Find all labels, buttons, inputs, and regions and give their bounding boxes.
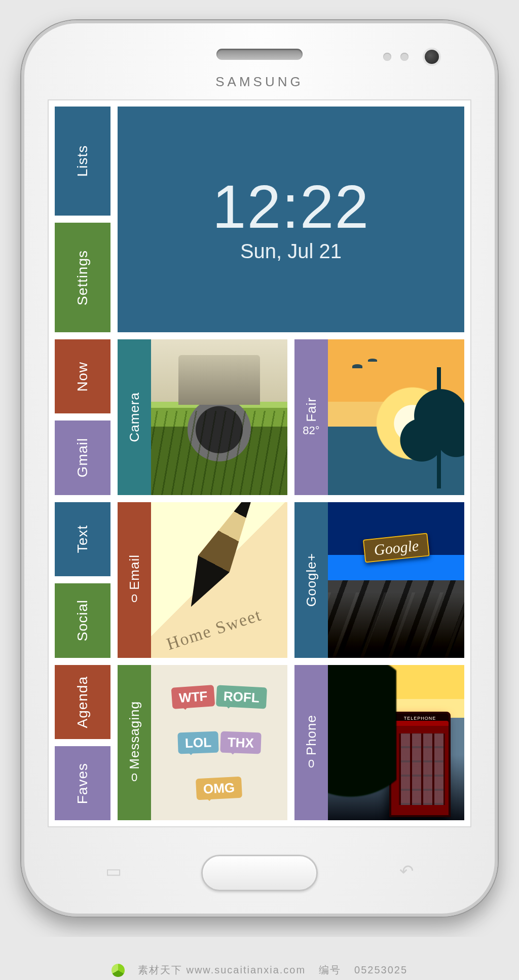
- camera-tile[interactable]: Camera: [118, 339, 287, 495]
- email-tile[interactable]: Email 0: [118, 502, 287, 658]
- side-col-2: Now Gmail: [55, 339, 110, 495]
- bubble-lol: LOL: [177, 731, 218, 754]
- speaker-grille: [216, 49, 303, 60]
- weather-tile[interactable]: Fair 82°: [294, 339, 464, 495]
- side-col-3: Text Social: [55, 502, 110, 658]
- messaging-tile[interactable]: Messaging 0 WTF ROFL LOL THX OMG: [118, 665, 287, 821]
- home-button[interactable]: [201, 855, 318, 891]
- device-brand: SAMSUNG: [24, 74, 495, 90]
- phone-tile[interactable]: Phone 0: [294, 665, 464, 821]
- sidebar-item-now[interactable]: Now: [55, 339, 110, 413]
- messaging-label: Messaging: [127, 701, 142, 769]
- menu-softkey-icon[interactable]: ▭: [105, 861, 122, 881]
- email-bar: Email 0: [118, 502, 151, 658]
- camera-label: Camera: [127, 392, 142, 442]
- phone-image: [328, 665, 464, 821]
- sidebar-item-gmail[interactable]: Gmail: [55, 421, 110, 495]
- row-3-content: Email 0 Google+: [118, 502, 464, 658]
- weather-bar: Fair 82°: [294, 339, 328, 495]
- screen: Lists Settings 12:22 Sun, Jul 21 Now Gma…: [48, 99, 471, 827]
- email-label: Email: [127, 554, 142, 590]
- side-col-1: Lists Settings: [55, 107, 110, 332]
- row-4-content: Messaging 0 WTF ROFL LOL THX OMG: [118, 665, 464, 821]
- messaging-bar: Messaging 0: [118, 665, 151, 821]
- sidebar-item-text[interactable]: Text: [55, 502, 110, 576]
- weather-image: [328, 339, 464, 495]
- camera-bar: Camera: [118, 339, 151, 495]
- row-3: Text Social Email 0 Google+: [55, 502, 464, 658]
- row-clock: Lists Settings 12:22 Sun, Jul 21: [55, 107, 464, 332]
- phone-bar: Phone 0: [294, 665, 328, 821]
- bubble-thx: THX: [220, 731, 261, 754]
- row-2-content: Camera Fair 82°: [118, 339, 464, 495]
- tree-silhouette-icon: [328, 665, 396, 821]
- sidebar-item-settings[interactable]: Settings: [55, 223, 110, 332]
- sidebar-item-lists[interactable]: Lists: [55, 107, 110, 216]
- googleplus-label: Google+: [304, 553, 319, 607]
- home-grid: Lists Settings 12:22 Sun, Jul 21 Now Gma…: [55, 107, 464, 820]
- messaging-count: 0: [131, 771, 137, 784]
- side-col-4: Agenda Faves: [55, 665, 110, 821]
- back-softkey-icon[interactable]: ↶: [399, 861, 414, 881]
- bubble-wtf: WTF: [171, 685, 215, 709]
- googleplus-tile[interactable]: Google+: [294, 502, 464, 658]
- sidebar-item-social[interactable]: Social: [55, 583, 110, 657]
- phone-label: Phone: [304, 715, 319, 755]
- camera-image: [151, 339, 287, 495]
- sidebar-item-agenda[interactable]: Agenda: [55, 665, 110, 739]
- row-4: Agenda Faves Messaging 0 WTF ROFL LOL: [55, 665, 464, 821]
- bubble-omg: OMG: [196, 777, 242, 800]
- proximity-sensors: [383, 53, 409, 61]
- googleplus-image: [328, 502, 464, 658]
- bubble-rofl: ROFL: [216, 685, 267, 709]
- weather-label: Fair: [304, 397, 319, 422]
- email-count: 0: [131, 592, 137, 605]
- messaging-image: WTF ROFL LOL THX OMG: [151, 665, 287, 821]
- phone-frame: SAMSUNG Lists Settings 12:22 Sun, Jul 21…: [21, 20, 498, 917]
- sidebar-item-faves[interactable]: Faves: [55, 746, 110, 820]
- clock-tile[interactable]: 12:22 Sun, Jul 21: [118, 107, 464, 332]
- row-2: Now Gmail Camera Fair 82°: [55, 339, 464, 495]
- clock-date: Sun, Jul 21: [240, 240, 342, 263]
- email-image: [151, 502, 287, 658]
- phone-count: 0: [308, 757, 314, 771]
- front-camera-icon: [425, 50, 439, 64]
- weather-temp: 82°: [303, 424, 319, 437]
- googleplus-bar: Google+: [294, 502, 328, 658]
- clock-time: 12:22: [212, 176, 369, 237]
